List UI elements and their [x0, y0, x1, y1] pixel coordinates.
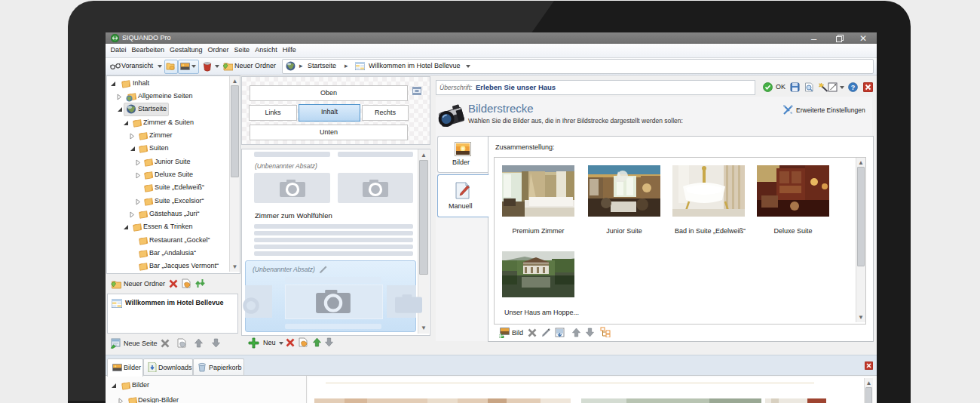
svg-text:?: ?	[851, 84, 856, 91]
